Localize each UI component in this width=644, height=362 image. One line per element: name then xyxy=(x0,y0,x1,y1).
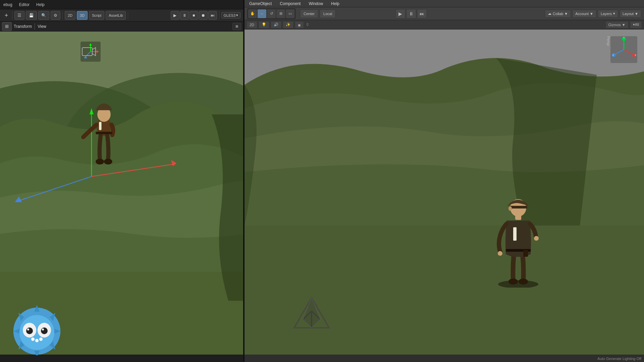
godot-next-btn[interactable]: ⏭ xyxy=(208,11,217,20)
unity-layers-dropdown[interactable]: Layers ▾ xyxy=(598,10,618,18)
godot-view-toolbar: ⊞ Transform View ⊠ xyxy=(0,21,243,32)
unity-playbar: ▶ ⏸ ⏭ xyxy=(395,9,427,18)
svg-rect-23 xyxy=(82,48,92,56)
unity-right-controls: ☁ Collab ▼ Account ▼ Layers ▾ Layout ▼ xyxy=(545,10,641,18)
godot-view-label: View xyxy=(38,24,46,29)
unity-menubar: GameObject Component Window Help xyxy=(245,0,644,7)
svg-point-10 xyxy=(97,118,111,136)
svg-marker-9 xyxy=(15,196,22,202)
godot-record-btn[interactable]: ⏺ xyxy=(199,11,208,20)
godot-menu-debug[interactable]: ebug xyxy=(2,2,14,8)
godot-transform-icon[interactable]: ⊞ xyxy=(2,22,12,31)
unity-transform-tools: ✋ ↔ ↺ ⊞ ▭ xyxy=(247,8,296,19)
unity-viewport[interactable]: Y X Z Persp xyxy=(245,29,644,355)
svg-rect-14 xyxy=(99,122,101,130)
godot-search-icon[interactable]: 🔍 xyxy=(38,11,49,20)
svg-marker-7 xyxy=(171,160,176,166)
godot-grid xyxy=(0,32,243,72)
godot-save-icon[interactable]: 💾 xyxy=(26,11,37,20)
godot-settings-icon[interactable]: ⚙ xyxy=(51,11,60,20)
godot-add-button[interactable]: + xyxy=(3,12,10,19)
svg-line-6 xyxy=(92,164,174,176)
unity-menu-gameobject[interactable]: GameObject xyxy=(247,1,274,7)
unity-menu-help[interactable]: Help xyxy=(329,1,341,7)
godot-character xyxy=(83,103,113,164)
godot-menubar: ebug Editor Help xyxy=(0,0,243,9)
unity-2d-btn[interactable]: 2D xyxy=(247,21,257,28)
unity-toolbar: ✋ ↔ ↺ ⊞ ▭ Center Local ▶ ⏸ ⏭ ☁ Collab ▼ … xyxy=(245,7,644,20)
godot-play-btn[interactable]: ▶ xyxy=(171,11,179,20)
unity-menu-window[interactable]: Window xyxy=(307,1,325,7)
unity-menu-component[interactable]: Component xyxy=(278,1,303,7)
svg-text:Y: Y xyxy=(623,37,625,39)
svg-point-45 xyxy=(498,251,502,256)
svg-rect-15 xyxy=(96,132,112,134)
svg-marker-24 xyxy=(92,48,96,56)
svg-point-34 xyxy=(31,338,35,341)
svg-point-13 xyxy=(104,159,112,164)
godot-pause-btn[interactable]: ⏸ xyxy=(180,11,189,20)
godot-corner-btn[interactable]: ⊠ xyxy=(232,23,241,30)
svg-point-1 xyxy=(0,81,187,247)
godot-assetlib-btn[interactable]: AssetLib xyxy=(106,11,126,20)
svg-point-2 xyxy=(62,73,243,222)
unity-persp-label: Persp xyxy=(606,36,610,46)
svg-point-39 xyxy=(498,280,538,288)
unity-gizmo: Y X Z xyxy=(610,36,637,63)
unity-lighting-btn[interactable]: 💡 xyxy=(259,21,269,28)
unity-play-btn[interactable]: ▶ xyxy=(395,9,406,18)
godot-list-icon[interactable]: ☰ xyxy=(14,11,24,20)
godot-stop-btn[interactable]: ■ xyxy=(190,11,198,20)
godot-transform-label: Transform xyxy=(14,24,32,29)
unity-step-btn[interactable]: ⏭ xyxy=(417,9,427,18)
godot-toolbar: + ☰ 💾 🔍 ⚙ 2D 3D Script AssetLib xyxy=(0,9,243,21)
svg-point-46 xyxy=(534,236,539,241)
unity-logo xyxy=(285,291,338,345)
unity-status-text: Auto Generate Lighting Off xyxy=(597,357,641,361)
svg-text:Z: Z xyxy=(612,54,614,56)
svg-rect-42 xyxy=(513,227,517,241)
unity-hand-tool[interactable]: ✋ xyxy=(248,9,257,18)
godot-mode-2d[interactable]: 2D xyxy=(65,11,75,20)
godot-playbar: ▶ ⏸ ■ ⏺ ⏭ xyxy=(171,11,217,20)
unity-local-btn[interactable]: Local xyxy=(320,9,336,18)
godot-script-btn[interactable]: Script xyxy=(89,11,104,20)
godot-mode-3d[interactable]: 3D xyxy=(77,11,88,20)
svg-point-36 xyxy=(39,338,43,341)
unity-layout-dropdown[interactable]: Layout ▼ xyxy=(620,10,641,18)
unity-center-btn[interactable]: Center xyxy=(300,9,318,18)
panel-divider[interactable] xyxy=(243,0,245,362)
unity-audio-btn[interactable]: 🔊 xyxy=(271,21,281,28)
svg-point-12 xyxy=(96,159,104,164)
godot-status-bar xyxy=(0,355,243,362)
svg-point-30 xyxy=(26,327,33,334)
svg-text:X: X xyxy=(635,54,636,56)
unity-character xyxy=(493,194,543,288)
svg-rect-44 xyxy=(523,250,528,257)
unity-scene-view-btn[interactable]: ▣ xyxy=(295,21,304,28)
svg-marker-5 xyxy=(90,108,94,115)
unity-account-dropdown[interactable]: Account ▼ xyxy=(572,10,596,18)
gles-selector[interactable]: GLES3 ▾ xyxy=(221,12,240,18)
godot-menu-help[interactable]: Help xyxy=(35,2,46,8)
svg-point-33 xyxy=(42,328,44,330)
godot-logo xyxy=(10,302,64,355)
unity-scene-toolbar: 2D 💡 🔊 ✨ ▣ 0 Gizmos ▼ ▾All xyxy=(245,20,644,29)
svg-point-11 xyxy=(97,107,111,122)
unity-rotate-tool[interactable]: ↺ xyxy=(267,9,276,18)
unity-editor: GameObject Component Window Help ✋ ↔ ↺ ⊞… xyxy=(245,0,644,362)
unity-rect-tool[interactable]: ▭ xyxy=(286,9,294,18)
unity-move-tool[interactable]: ↔ xyxy=(258,9,266,18)
unity-fx-btn[interactable]: ✨ xyxy=(283,21,293,28)
unity-all-btn[interactable]: ▾All xyxy=(630,21,642,28)
svg-rect-37 xyxy=(245,29,644,92)
godot-menu-editor[interactable]: Editor xyxy=(18,2,31,8)
godot-camera-icon xyxy=(80,45,97,58)
unity-stats-number: 0 xyxy=(307,23,309,26)
unity-collab-dropdown[interactable]: ☁ Collab ▼ xyxy=(545,10,571,18)
unity-pause-btn[interactable]: ⏸ xyxy=(406,9,416,18)
svg-point-35 xyxy=(35,339,39,342)
svg-line-8 xyxy=(17,177,91,201)
unity-scale-tool[interactable]: ⊞ xyxy=(276,9,285,18)
unity-gizmos-btn[interactable]: Gizmos ▼ xyxy=(605,21,629,28)
